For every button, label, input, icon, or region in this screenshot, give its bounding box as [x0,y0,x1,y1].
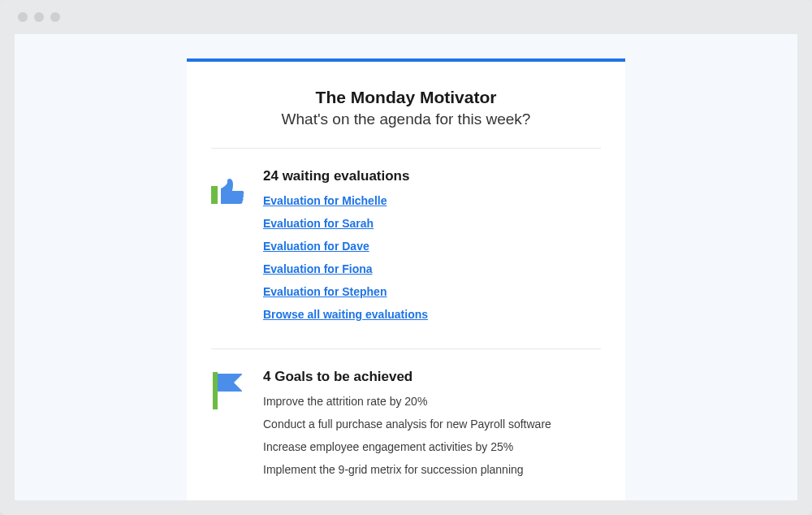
evaluation-link[interactable]: Evaluation for Michelle [263,194,387,207]
evaluations-section: 24 waiting evaluations Evaluation for Mi… [187,149,625,348]
evaluation-link[interactable]: Evaluation for Fiona [263,262,373,275]
email-card: The Monday Motivator What's on the agend… [187,58,625,500]
window-control-close[interactable] [18,12,28,22]
evaluations-list: Evaluation for Michelle Evaluation for S… [263,194,601,321]
evaluation-link[interactable]: Evaluation for Stephen [263,285,387,298]
email-title: The Monday Motivator [211,88,601,107]
email-subtitle: What's on the agenda for this week? [211,110,601,128]
goals-heading: 4 Goals to be achieved [263,369,601,385]
flag-icon [211,369,245,411]
goal-item: Improve the attrition rate by 20% [263,395,601,408]
goals-list: Improve the attrition rate by 20% Conduc… [263,395,601,476]
evaluations-heading: 24 waiting evaluations [263,168,601,184]
evaluations-body: 24 waiting evaluations Evaluation for Mi… [263,168,601,331]
window-titlebar [0,0,812,34]
goals-body: 4 Goals to be achieved Improve the attri… [263,369,601,486]
window-control-maximize[interactable] [50,12,60,22]
goals-section: 4 Goals to be achieved Improve the attri… [187,349,625,500]
goal-item: Implement the 9-grid metrix for successi… [263,463,601,476]
email-header: The Monday Motivator What's on the agend… [187,62,625,148]
evaluation-link[interactable]: Evaluation for Sarah [263,217,374,230]
page-canvas: The Monday Motivator What's on the agend… [15,34,797,500]
goal-item: Increase employee engagement activities … [263,440,601,453]
window-frame: The Monday Motivator What's on the agend… [0,0,812,515]
evaluation-link[interactable]: Evaluation for Dave [263,240,369,253]
browse-all-evaluations-link[interactable]: Browse all waiting evaluations [263,308,428,321]
goal-item: Conduct a full purchase analysis for new… [263,418,601,431]
thumbs-up-icon [211,168,245,206]
window-control-minimize[interactable] [34,12,44,22]
